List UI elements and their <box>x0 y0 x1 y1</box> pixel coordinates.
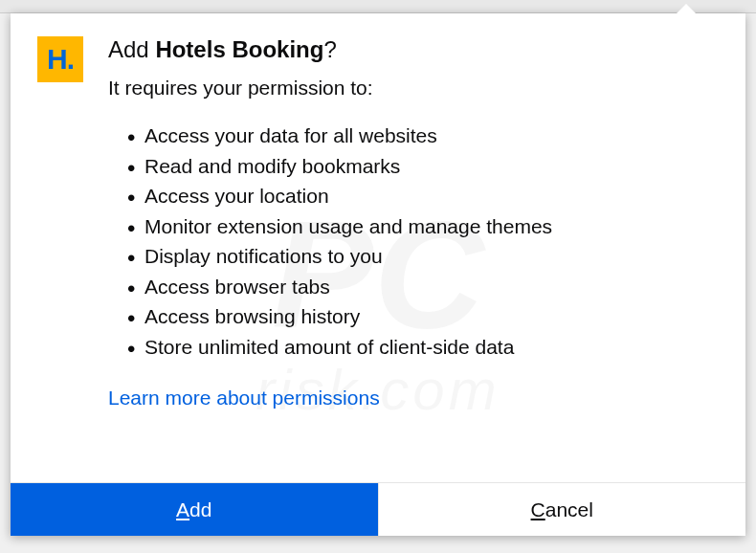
title-suffix: ? <box>323 36 336 62</box>
extension-icon: H. <box>37 36 83 82</box>
dialog-title: Add Hotels Booking? <box>108 36 719 63</box>
add-button[interactable]: Add <box>11 483 378 536</box>
learn-more-link[interactable]: Learn more about permissions <box>108 387 380 409</box>
permission-item: Access your data for all websites <box>131 121 719 151</box>
cancel-accelerator: C <box>531 498 545 520</box>
title-prefix: Add <box>108 36 155 62</box>
permission-item: Access your location <box>131 181 719 211</box>
permission-item: Access browsing history <box>131 301 719 332</box>
permission-item: Read and modify bookmarks <box>131 151 719 182</box>
permission-item: Display notifications to you <box>131 241 719 272</box>
permission-item: Monitor extension usage and manage theme… <box>131 211 719 242</box>
install-permission-popup: PC risk.com H. Add Hotels Booking? It re… <box>11 13 745 536</box>
browser-chrome-edge <box>0 0 756 13</box>
permission-item: Store unlimited amount of client-side da… <box>131 332 719 363</box>
extension-name: Hotels Booking <box>155 36 323 62</box>
add-label-rest: dd <box>189 498 211 520</box>
permission-item: Access browser tabs <box>131 272 719 302</box>
permission-list: Access your data for all websites Read a… <box>108 121 719 362</box>
text-block: Add Hotels Booking? It requires your per… <box>108 36 719 409</box>
button-bar: Add Cancel <box>11 482 745 536</box>
extension-icon-wrap: H. <box>37 36 83 409</box>
cancel-button[interactable]: Cancel <box>378 483 746 536</box>
permission-subtitle: It requires your permission to: <box>108 77 719 100</box>
add-accelerator: A <box>176 498 189 520</box>
popup-content: H. Add Hotels Booking? It requires your … <box>11 13 745 421</box>
cancel-label-rest: ancel <box>545 498 593 520</box>
